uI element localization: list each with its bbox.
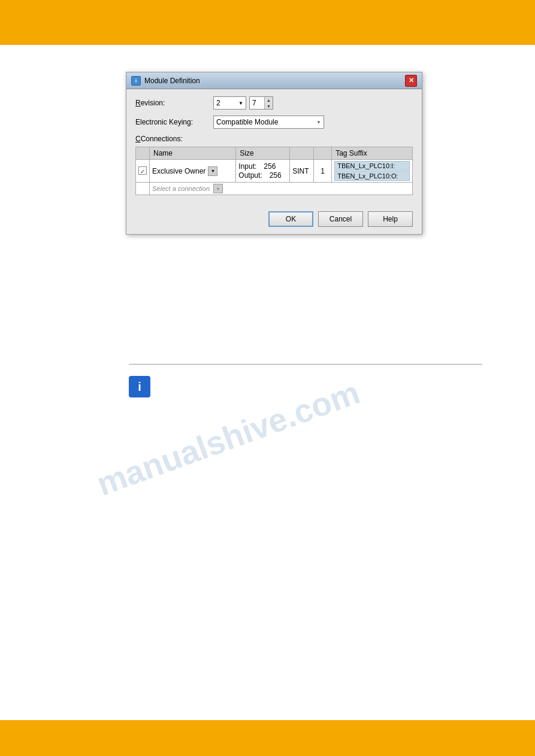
col-check xyxy=(136,147,150,160)
col-name: Name xyxy=(150,147,236,160)
connection-name-dropdown[interactable]: ▼ xyxy=(208,166,217,176)
spinbox-arrows: ▲ ▼ xyxy=(264,97,273,109)
dialog-titlebar: i Module Definition ✕ xyxy=(126,72,422,89)
col-tagsuffix: Tag Suffix xyxy=(332,147,413,160)
checkbox-check: ✓ xyxy=(140,168,145,175)
data-type-cell: SINT xyxy=(290,160,314,183)
table-row: ✓ Exclusive Owner ▼ I xyxy=(136,160,413,183)
select-connection-cell: Select a connection ▼ xyxy=(150,183,413,195)
col-instance xyxy=(314,147,332,160)
revision-row: Revision: 2 ▼ 7 ▲ ▼ xyxy=(135,96,413,110)
electronic-keying-label: Electronic Keying: xyxy=(135,118,213,126)
revision-underline-char: R xyxy=(135,99,141,107)
instance-value: 1 xyxy=(321,167,325,175)
size-cell: Input: 256 Output: 256 xyxy=(236,160,290,183)
dialog-window: i Module Definition ✕ Revision: 2 ▼ xyxy=(126,72,422,235)
instance-cell: 1 xyxy=(314,160,332,183)
electronic-keying-row: Electronic Keying: Compatible Module ▼ xyxy=(135,116,413,129)
keying-selected-value: Compatible Module xyxy=(216,118,278,126)
bottom-bar xyxy=(0,720,535,756)
dialog-title-text: Module Definition xyxy=(144,77,200,85)
col-size: Size xyxy=(236,147,290,160)
divider-line xyxy=(129,364,482,365)
module-definition-dialog: i Module Definition ✕ Revision: 2 ▼ xyxy=(126,72,422,293)
size-input-row: Input: 256 xyxy=(238,162,287,171)
conn-label-rest: Connections: xyxy=(141,135,183,143)
input-size-value: 256 xyxy=(259,162,276,171)
row-checkbox[interactable]: ✓ xyxy=(138,166,147,175)
revision-major-dropdown[interactable]: 2 ▼ xyxy=(213,96,246,110)
table-header-row: Name Size Tag Suffix xyxy=(136,147,413,160)
revision-minor-spinbox[interactable]: 7 ▲ ▼ xyxy=(249,96,273,110)
exclusive-owner-label: Exclusive Owner xyxy=(152,167,205,175)
dialog-title-left: i Module Definition xyxy=(131,76,200,86)
connection-name-cell: Exclusive Owner ▼ xyxy=(150,160,236,183)
help-button[interactable]: Help xyxy=(368,211,413,227)
keying-dropdown-arrow: ▼ xyxy=(316,120,321,125)
dialog-footer: OK Cancel Help xyxy=(126,202,422,234)
row-checkbox-cell: ✓ xyxy=(136,160,150,183)
select-connection-dropdown[interactable]: ▼ xyxy=(213,184,223,193)
select-connection-row: Select a connection ▼ xyxy=(136,183,413,195)
connections-label: CConnections: xyxy=(135,135,413,143)
revision-label-rest: evision: xyxy=(141,99,165,107)
info-icon: i xyxy=(129,376,150,397)
size-input-output: Input: 256 Output: 256 xyxy=(238,162,287,180)
spinbox-up-arrow[interactable]: ▲ xyxy=(265,97,273,103)
revision-dropdown-arrow: ▼ xyxy=(238,101,243,106)
tag-suffix-values: TBEN_Lx_PLC10:I: TBEN_Lx_PLC10:O: xyxy=(334,161,410,181)
size-output-row: Output: 256 xyxy=(238,171,287,180)
ek-label-text: Electronic Keying: xyxy=(135,118,193,126)
info-box: i xyxy=(129,370,482,403)
col-datatype xyxy=(290,147,314,160)
info-icon-label: i xyxy=(138,380,141,394)
spinbox-down-arrow[interactable]: ▼ xyxy=(265,103,273,109)
connections-table: Name Size Tag Suffix ✓ xyxy=(135,147,413,195)
electronic-keying-select[interactable]: Compatible Module ▼ xyxy=(213,116,324,129)
cancel-button[interactable]: Cancel xyxy=(318,211,363,227)
revision-major-value: 2 xyxy=(216,99,220,107)
dialog-app-icon: i xyxy=(131,76,141,86)
tag-suffix-input: TBEN_Lx_PLC10:I: xyxy=(334,161,410,171)
dialog-body: Revision: 2 ▼ 7 ▲ ▼ xyxy=(126,89,422,202)
tag-suffix-cell: TBEN_Lx_PLC10:I: TBEN_Lx_PLC10:O: xyxy=(332,160,413,183)
output-label: Output: xyxy=(238,171,262,180)
top-bar xyxy=(0,0,535,45)
connection-name-inner: Exclusive Owner ▼ xyxy=(152,166,233,176)
select-conn-check xyxy=(136,183,150,195)
dialog-close-button[interactable]: ✕ xyxy=(405,75,417,87)
input-label: Input: xyxy=(238,162,256,171)
ok-button[interactable]: OK xyxy=(268,211,313,227)
data-type-value: SINT xyxy=(292,167,309,175)
conn-underline-char: C xyxy=(135,135,141,143)
revision-controls: 2 ▼ 7 ▲ ▼ xyxy=(213,96,273,110)
output-size-value: 256 xyxy=(265,171,282,180)
revision-label: Revision: xyxy=(135,99,213,107)
select-connection-text: Select a connection xyxy=(152,185,210,192)
tag-suffix-output: TBEN_Lx_PLC10:O: xyxy=(334,171,410,181)
revision-minor-value: 7 xyxy=(250,99,264,107)
